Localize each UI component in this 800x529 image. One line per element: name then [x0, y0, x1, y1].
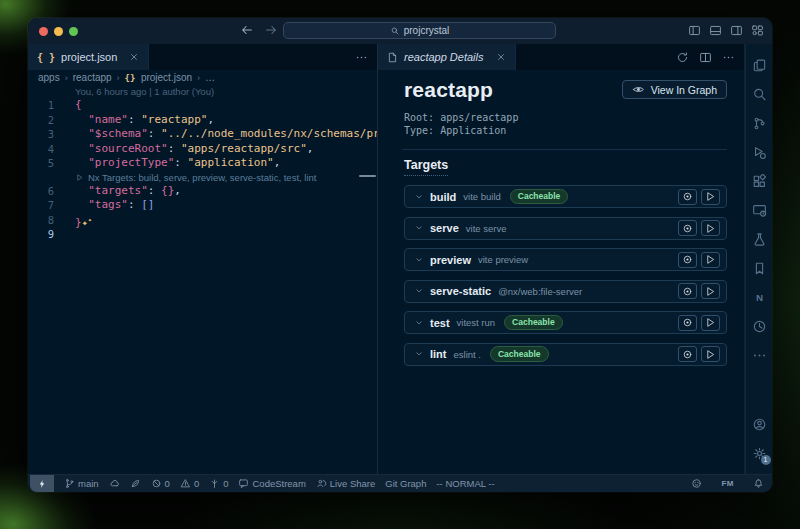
target-row-test[interactable]: testvitest runCacheable: [404, 311, 727, 334]
target-command: @nx/web:file-server: [498, 286, 582, 297]
breadcrumb-item-project-json[interactable]: {} project.json: [125, 72, 192, 83]
code-line: 6 "targets": {},: [28, 184, 377, 199]
target-row-lint[interactable]: linteslint .Cacheable: [404, 343, 727, 366]
activity-timeline-icon[interactable]: [746, 312, 773, 341]
code-editor[interactable]: You, 6 hours ago | 1 author (You)1{2 "na…: [28, 85, 377, 474]
desktop-background: projcrystal { } project.json: [0, 0, 800, 529]
codelens-row: Nx Targets: build, serve, preview, serve…: [28, 171, 377, 184]
status-bell[interactable]: [753, 478, 764, 489]
tab-project-json[interactable]: { } project.json: [28, 44, 149, 70]
chevron-down-icon[interactable]: [414, 192, 424, 202]
toggle-panel-icon[interactable]: [709, 24, 722, 37]
targets-list: buildvite buildCacheableservevite servep…: [404, 185, 727, 366]
chevron-down-icon[interactable]: [414, 286, 424, 296]
close-window-button[interactable]: [39, 27, 48, 36]
code-line: 2 "name": "reactapp",: [28, 113, 377, 128]
split-editor-icon[interactable]: [699, 51, 712, 64]
activity-search-icon[interactable]: [746, 80, 773, 109]
activity-settings-gear-icon[interactable]: 1: [746, 439, 773, 468]
toggle-secondary-sidebar-icon[interactable]: [730, 24, 743, 37]
status-feedback-smiley[interactable]: [691, 478, 702, 489]
tab-reactapp-details[interactable]: reactapp Details: [378, 44, 516, 70]
target-row-build[interactable]: buildvite buildCacheable: [404, 185, 727, 208]
chevron-down-icon[interactable]: [414, 255, 424, 265]
view-target-details-button[interactable]: [678, 283, 697, 299]
run-target-button[interactable]: [701, 315, 720, 331]
breadcrumb-separator: ›: [197, 73, 200, 83]
activity-nx-console-icon[interactable]: N: [746, 283, 773, 312]
activity-extensions-icon[interactable]: [746, 167, 773, 196]
run-target-button[interactable]: [701, 346, 720, 362]
breadcrumb[interactable]: apps›reactapp›{} project.json›…: [28, 70, 377, 85]
status-live-share[interactable]: Live Share: [316, 478, 375, 489]
breadcrumb-item--[interactable]: …: [205, 72, 215, 83]
status-leaf[interactable]: [130, 478, 141, 489]
search-icon: [390, 26, 400, 36]
minimize-window-button[interactable]: [54, 27, 63, 36]
toggle-sidebar-icon[interactable]: [688, 24, 701, 37]
close-tab-icon[interactable]: [496, 52, 506, 62]
remote-lightning-icon: [37, 479, 47, 489]
run-target-button[interactable]: [701, 283, 720, 299]
activity-test-beaker-icon[interactable]: [746, 225, 773, 254]
leaf-icon: [130, 478, 141, 489]
status-cloud-sync[interactable]: [109, 478, 120, 489]
project-details-panel: reactapp View In Graph Root: apps/reacta…: [378, 70, 744, 474]
breadcrumb-item-apps[interactable]: apps: [38, 72, 60, 83]
status-codestream[interactable]: CodeStream: [238, 478, 305, 489]
status-error-circle[interactable]: 0: [151, 478, 170, 489]
view-target-details-button[interactable]: [678, 252, 697, 268]
more-actions-icon[interactable]: [722, 51, 735, 64]
line-number: 6: [28, 184, 62, 199]
root-label: Root:: [404, 112, 434, 123]
activity-bar: N1: [745, 44, 772, 474]
breadcrumb-item-reactapp[interactable]: reactapp: [73, 72, 112, 83]
run-target-button[interactable]: [701, 220, 720, 236]
activity-account-icon[interactable]: [746, 410, 773, 439]
line-number: 9: [28, 227, 62, 242]
activity-files-icon[interactable]: [746, 51, 773, 80]
more-actions-icon[interactable]: [355, 51, 368, 64]
status-fm[interactable]: FM: [721, 479, 734, 488]
back-icon[interactable]: [240, 23, 254, 37]
customize-layout-icon[interactable]: [751, 24, 764, 37]
target-row-serve-static[interactable]: serve-static@nx/web:file-server: [404, 280, 727, 303]
status-remote-lightning[interactable]: [30, 475, 54, 493]
view-target-details-button[interactable]: [678, 315, 697, 331]
view-target-details-button[interactable]: [678, 346, 697, 362]
json-file-icon: { }: [37, 52, 55, 63]
nx-targets-codelens[interactable]: Nx Targets: build, serve, preview, serve…: [62, 171, 316, 184]
command-center[interactable]: projcrystal: [283, 22, 556, 39]
activity-more-icon[interactable]: [746, 341, 773, 370]
view-in-graph-button[interactable]: View In Graph: [622, 80, 727, 99]
activity-remote-explorer-icon[interactable]: [746, 196, 773, 225]
activity-bookmarks-icon[interactable]: [746, 254, 773, 283]
view-target-details-button[interactable]: [678, 220, 697, 236]
target-row-serve[interactable]: servevite serve: [404, 217, 727, 240]
chevron-down-icon[interactable]: [414, 318, 424, 328]
chevron-down-icon[interactable]: [414, 223, 424, 233]
zoom-window-button[interactable]: [69, 27, 78, 36]
chevron-down-icon[interactable]: [414, 349, 424, 359]
target-row-preview[interactable]: previewvite preview: [404, 248, 727, 271]
status-antenna[interactable]: 0: [209, 478, 228, 489]
activity-source-control-icon[interactable]: [746, 109, 773, 138]
status-warning-triangle[interactable]: 0: [180, 478, 199, 489]
git-blame-annotation[interactable]: You, 6 hours ago | 1 author (You): [62, 85, 214, 98]
status-normal[interactable]: -- NORMAL --: [436, 478, 494, 489]
scrollbar-marker[interactable]: [359, 175, 376, 177]
refresh-icon[interactable]: [676, 51, 689, 64]
close-tab-icon[interactable]: [129, 52, 139, 62]
activity-run-debug-icon[interactable]: [746, 138, 773, 167]
run-target-button[interactable]: [701, 252, 720, 268]
error-circle-icon: [151, 478, 162, 489]
status-git-graph[interactable]: Git Graph: [385, 478, 426, 489]
play-small-icon: [705, 349, 716, 360]
status-git-branch[interactable]: main: [64, 478, 99, 489]
run-target-button[interactable]: [701, 189, 720, 205]
view-target-details-button[interactable]: [678, 189, 697, 205]
code-line: 5 "projectType": "application",: [28, 156, 377, 171]
forward-icon[interactable]: [264, 23, 278, 37]
code-line: 3 "$schema": "../../node_modules/nx/sche…: [28, 127, 377, 142]
target-name: preview: [430, 254, 471, 266]
